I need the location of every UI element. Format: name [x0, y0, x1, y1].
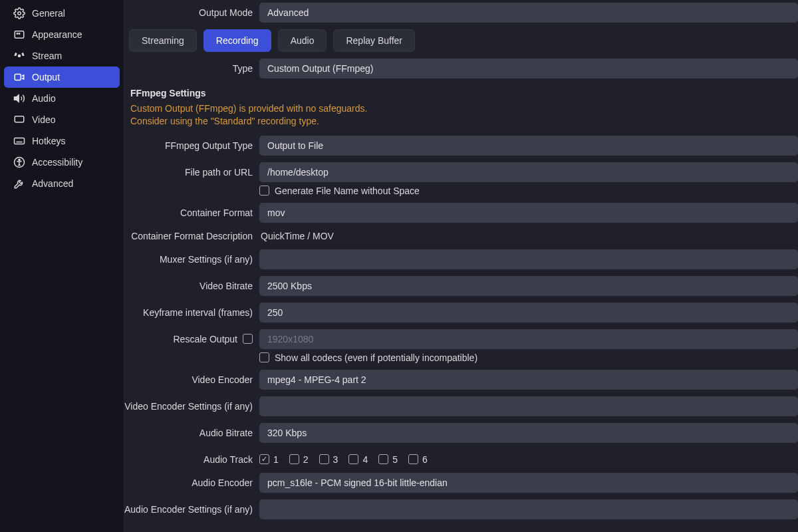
video-encoder-settings-label: Video Encoder Settings (if any) — [124, 401, 254, 412]
sidebar-item-label: Audio — [32, 93, 56, 104]
svg-point-4 — [19, 55, 21, 57]
sidebar-item-advanced[interactable]: Advanced — [4, 173, 120, 194]
tab-streaming[interactable]: Streaming — [129, 29, 197, 52]
sidebar-item-audio[interactable]: Audio — [4, 88, 120, 109]
sidebar: General Appearance Stream Output Audio V… — [0, 0, 124, 532]
audio-track-6-checkbox[interactable] — [408, 454, 418, 464]
muxer-settings-input[interactable] — [259, 249, 798, 269]
audio-encoder-settings-input[interactable] — [259, 499, 798, 519]
container-desc-label: Container Format Description — [124, 231, 254, 241]
file-path-label: File path or URL — [124, 167, 254, 178]
output-mode-label: Output Mode — [124, 7, 254, 18]
speaker-icon — [13, 92, 25, 104]
sidebar-item-accessibility[interactable]: Accessibility — [4, 152, 120, 173]
container-format-select[interactable]: mov — [259, 203, 798, 223]
audio-track-3-checkbox[interactable] — [319, 454, 329, 464]
muxer-settings-label: Muxer Settings (if any) — [124, 254, 254, 265]
type-label: Type — [124, 63, 254, 74]
tools-icon — [13, 178, 25, 190]
audio-track-label: Audio Track — [124, 454, 254, 465]
tab-audio[interactable]: Audio — [278, 29, 327, 52]
show-all-codecs-checkbox[interactable] — [259, 352, 269, 362]
ffmpeg-output-type-label: FFmpeg Output Type — [124, 140, 254, 151]
sidebar-item-label: Video — [32, 114, 56, 125]
sidebar-item-general[interactable]: General — [4, 3, 120, 24]
audio-encoder-settings-label: Audio Encoder Settings (if any) — [124, 504, 254, 515]
svg-rect-7 — [15, 138, 25, 144]
audio-encoder-select[interactable]: pcm_s16le - PCM signed 16-bit little-end… — [259, 473, 798, 493]
sidebar-item-label: Output — [32, 72, 60, 82]
sidebar-item-label: General — [32, 8, 65, 19]
generate-filename-no-space-label: Generate File Name without Space — [275, 186, 420, 196]
svg-rect-6 — [15, 116, 24, 122]
accessibility-icon — [13, 156, 25, 168]
audio-track-1-checkbox[interactable] — [259, 454, 269, 464]
keyboard-icon — [13, 135, 25, 147]
audio-bitrate-label: Audio Bitrate — [124, 428, 254, 438]
svg-point-9 — [19, 159, 20, 160]
ffmpeg-section-title: FFmpeg Settings — [124, 81, 798, 102]
tab-replay-buffer[interactable]: Replay Buffer — [333, 29, 415, 52]
output-tabs: Streaming Recording Audio Replay Buffer — [124, 23, 798, 59]
audio-track-group: 1 2 3 4 5 6 — [259, 454, 428, 465]
sidebar-item-label: Advanced — [32, 178, 73, 189]
container-desc-value: QuickTime / MOV — [259, 231, 798, 241]
broadcast-icon — [13, 50, 25, 62]
container-format-label: Container Format — [124, 207, 254, 218]
audio-track-5-checkbox[interactable] — [378, 454, 388, 464]
keyframe-interval-label: Keyframe interval (frames) — [124, 307, 254, 318]
video-bitrate-label: Video Bitrate — [124, 281, 254, 291]
output-mode-select[interactable]: Advanced — [259, 3, 798, 23]
palette-icon — [13, 29, 25, 41]
sidebar-item-label: Appearance — [32, 29, 82, 40]
sidebar-item-video[interactable]: Video — [4, 109, 120, 130]
svg-rect-5 — [15, 74, 21, 80]
audio-encoder-label: Audio Encoder — [124, 477, 254, 488]
file-path-input[interactable]: /home/desktop — [259, 162, 798, 182]
svg-point-0 — [18, 12, 21, 15]
tab-recording[interactable]: Recording — [203, 29, 271, 52]
gear-icon — [13, 7, 25, 19]
keyframe-interval-input[interactable]: 250 — [259, 303, 798, 323]
sidebar-item-label: Stream — [32, 51, 62, 61]
sidebar-item-stream[interactable]: Stream — [4, 45, 120, 66]
sidebar-item-appearance[interactable]: Appearance — [4, 24, 120, 45]
video-encoder-select[interactable]: mpeg4 - MPEG-4 part 2 — [259, 370, 798, 390]
output-icon — [13, 71, 25, 83]
show-all-codecs-label: Show all codecs (even if potentially inc… — [275, 352, 477, 363]
audio-track-2-checkbox[interactable] — [289, 454, 299, 464]
video-encoder-label: Video Encoder — [124, 374, 254, 385]
svg-point-2 — [17, 33, 18, 35]
sidebar-item-label: Accessibility — [32, 157, 82, 168]
monitor-icon — [13, 114, 25, 126]
video-encoder-settings-input[interactable] — [259, 396, 798, 416]
sidebar-item-label: Hotkeys — [32, 136, 66, 146]
sidebar-item-hotkeys[interactable]: Hotkeys — [4, 130, 120, 152]
rescale-output-checkbox[interactable] — [243, 334, 253, 344]
audio-track-4-checkbox[interactable] — [348, 454, 358, 464]
rescale-output-input[interactable] — [259, 329, 798, 349]
type-select[interactable]: Custom Output (FFmpeg) — [259, 59, 798, 78]
rescale-output-label: Rescale Output — [174, 334, 238, 344]
ffmpeg-output-type-select[interactable]: Output to File — [259, 136, 798, 156]
generate-filename-no-space-checkbox[interactable] — [259, 186, 269, 196]
ffmpeg-warning: Custom Output (FFmpeg) is provided with … — [124, 102, 798, 136]
audio-bitrate-input[interactable]: 320 Kbps — [259, 423, 798, 443]
sidebar-item-output[interactable]: Output — [4, 66, 120, 88]
video-bitrate-input[interactable]: 2500 Kbps — [259, 276, 798, 296]
svg-point-3 — [19, 33, 20, 35]
main-panel: Output Mode Advanced Streaming Recording… — [124, 0, 798, 532]
